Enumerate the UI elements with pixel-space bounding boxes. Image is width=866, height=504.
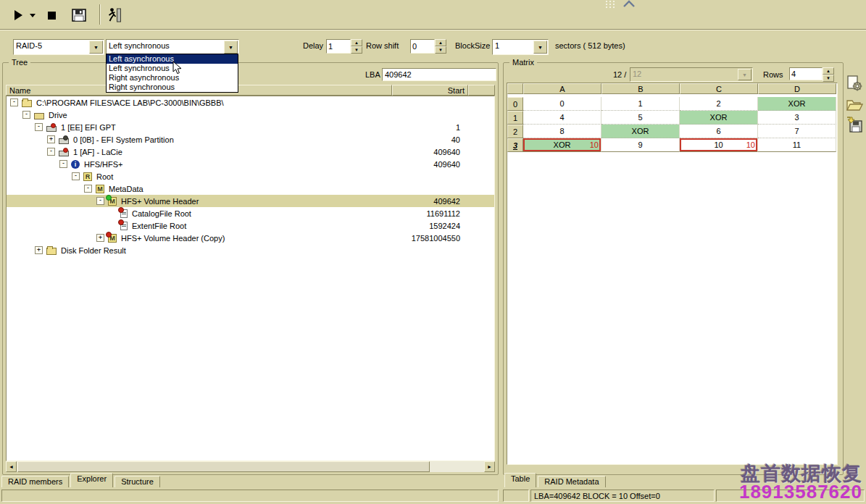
tab-explorer[interactable]: Explorer	[70, 473, 113, 487]
m-box-red-dot-icon: M	[108, 234, 117, 243]
tree-item[interactable]: -CatalogFile Root11691112	[7, 207, 494, 219]
matrix-cell[interactable]: XOR	[758, 97, 836, 111]
matrix-cell[interactable]: XOR	[680, 111, 758, 125]
matrix-cell[interactable]: 5	[601, 111, 680, 125]
play-options-button[interactable]	[28, 6, 38, 25]
tab-raid-metadata[interactable]: RAID Metadata	[538, 476, 605, 487]
matrix-cell[interactable]: 6	[680, 125, 758, 138]
tree-start-value: 409640	[433, 160, 460, 169]
matrix-cell[interactable]: 8	[523, 125, 601, 138]
scrollbar-thumb[interactable]	[17, 461, 430, 472]
tree-item[interactable]: -MHFS+ Volume Header409642	[7, 195, 494, 207]
matrix-cell[interactable]: 2	[680, 97, 758, 111]
tree-item[interactable]: -1 [EE] EFI GPT1	[7, 121, 494, 133]
collapse-minus-icon[interactable]: -	[47, 148, 55, 156]
row-shift-spinner[interactable]: ▲▼	[410, 39, 446, 54]
tree-start-value: 17581004550	[412, 234, 460, 243]
page-red-dot-icon	[120, 209, 128, 218]
expand-plus-icon[interactable]: +	[35, 246, 43, 254]
collapse-grip[interactable]	[604, 0, 638, 8]
matrix-cell[interactable]: 11	[758, 138, 836, 152]
matrix-cell[interactable]: 9	[601, 138, 680, 152]
matrix-col-header[interactable]: A	[523, 83, 601, 94]
spin-down-icon[interactable]: ▼	[435, 46, 446, 54]
main-toolbar	[0, 0, 866, 30]
tab-raid-members[interactable]: RAID members	[1, 476, 69, 487]
blocksize-label: BlockSize	[455, 41, 490, 50]
matrix-cell[interactable]: 3	[758, 111, 836, 125]
collapse-minus-icon[interactable]: -	[72, 172, 80, 180]
rows-spinner[interactable]: ▲▼	[789, 67, 834, 80]
tree-item[interactable]: -C:\PROGRAM FILES\ACE LAB\PC-3000\BIN\GB…	[7, 96, 494, 109]
tree-item-label: ExtentFile Root	[132, 222, 186, 230]
disk-red-pin-icon	[59, 151, 69, 156]
scroll-right-icon[interactable]: ►	[484, 461, 495, 472]
tree-item[interactable]: +Disk Folder Result	[7, 244, 494, 256]
matrix-cell[interactable]: 0	[523, 97, 601, 111]
spin-up-icon[interactable]: ▲	[435, 39, 446, 46]
drive-case-icon	[34, 113, 44, 119]
tree-item-label: HFS+ Volume Header (Copy)	[121, 234, 225, 243]
matrix-col-header[interactable]: B	[601, 83, 680, 94]
matrix-cell[interactable]: 1010	[680, 138, 758, 152]
matrix-col-header[interactable]: C	[680, 83, 758, 94]
matrix-col-header[interactable]: D	[758, 83, 836, 94]
collapse-minus-icon[interactable]: -	[10, 98, 18, 106]
expand-plus-icon[interactable]: +	[96, 234, 104, 242]
tree-item[interactable]: -ExtentFile Root1592424	[7, 219, 494, 232]
play-icon	[14, 10, 22, 20]
geometry-select[interactable]: Left synchronous ▼	[106, 39, 239, 55]
exit-button[interactable]	[105, 6, 124, 25]
spin-down-icon[interactable]: ▼	[823, 75, 834, 82]
tree-item[interactable]: -iHFS/HFS+409640	[7, 158, 494, 170]
chevron-down-icon[interactable]: ▼	[89, 41, 103, 54]
rows-input[interactable]	[789, 67, 823, 80]
matrix-cell[interactable]: 1	[601, 97, 680, 111]
collapse-minus-icon[interactable]: -	[59, 160, 67, 168]
spin-up-icon[interactable]: ▲	[351, 39, 362, 46]
chevron-down-icon[interactable]: ▼	[533, 41, 547, 54]
tree-item[interactable]: -1 [AF] - LaCie409640	[7, 146, 494, 158]
matrix-generate-button[interactable]	[845, 74, 864, 93]
matrix-row-header[interactable]: 3	[507, 138, 523, 152]
collapse-minus-icon[interactable]: -	[22, 111, 30, 119]
m-box-icon: M	[96, 185, 104, 193]
matrix-cell[interactable]: XOR	[601, 125, 680, 138]
matrix-cell[interactable]: 7	[758, 125, 836, 138]
raid-type-select[interactable]: RAID-5 ▼	[13, 39, 104, 55]
save-button[interactable]	[70, 6, 88, 25]
collapse-minus-icon[interactable]: -	[96, 197, 104, 205]
expand-plus-icon[interactable]: +	[47, 135, 55, 143]
column-header-start[interactable]: Start	[392, 85, 468, 96]
tab-table[interactable]: Table	[504, 473, 536, 487]
save-matrix-button[interactable]	[845, 116, 864, 135]
delay-input[interactable]	[326, 39, 351, 54]
matrix-row-header[interactable]: 0	[507, 97, 523, 111]
matrix-row-header[interactable]: 1	[507, 111, 523, 125]
open-matrix-button[interactable]	[845, 96, 864, 114]
scroll-left-icon[interactable]: ◄	[6, 461, 17, 472]
row-shift-input[interactable]	[410, 39, 435, 54]
horizontal-scrollbar[interactable]: ◄ ►	[6, 461, 495, 472]
matrix-cell[interactable]: XOR10	[523, 138, 601, 152]
stop-button[interactable]	[42, 6, 61, 25]
tab-structure[interactable]: Structure	[115, 476, 160, 487]
tree-item[interactable]: +MHFS+ Volume Header (Copy)17581004550	[7, 232, 494, 244]
matrix-cell[interactable]: 4	[523, 111, 601, 125]
geometry-option[interactable]: Right synchronous	[107, 83, 238, 92]
spin-up-icon[interactable]: ▲	[823, 67, 834, 75]
tree-item[interactable]: -RRoot	[7, 170, 494, 182]
matrix-row-header[interactable]: 2	[507, 125, 523, 138]
blocksize-select[interactable]: 1 ▼	[492, 39, 549, 55]
lba-input[interactable]	[382, 68, 496, 81]
chevron-down-icon[interactable]: ▼	[224, 41, 238, 54]
tree-item[interactable]: -MMetaData	[7, 182, 494, 195]
tree-item[interactable]: +0 [0B] - EFI System Partition40	[7, 133, 494, 146]
tree-item[interactable]: -Drive	[7, 109, 494, 121]
raid-type-value: RAID-5	[14, 40, 88, 54]
collapse-minus-icon[interactable]: -	[84, 185, 92, 193]
collapse-minus-icon[interactable]: -	[35, 123, 43, 131]
play-button[interactable]	[9, 6, 28, 25]
delay-spinner[interactable]: ▲▼	[326, 39, 362, 54]
spin-down-icon[interactable]: ▼	[351, 46, 362, 54]
